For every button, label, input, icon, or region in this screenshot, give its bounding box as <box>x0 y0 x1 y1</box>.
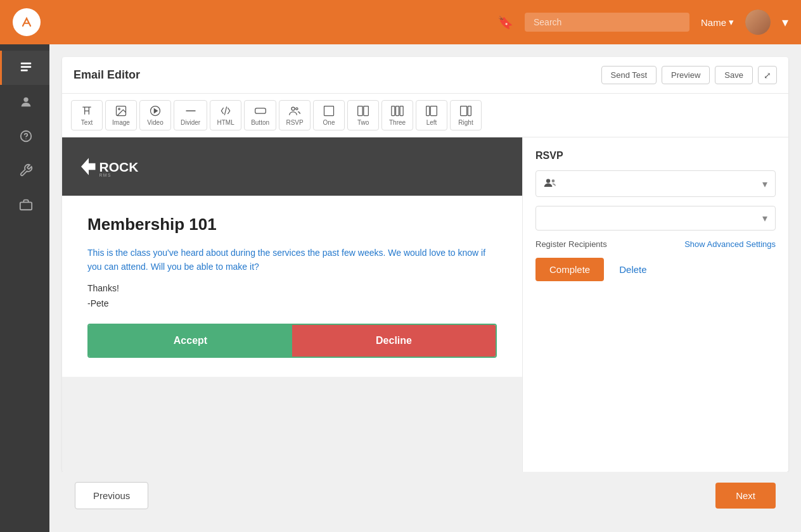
sidebar-item-person[interactable] <box>0 85 49 119</box>
tool-video[interactable]: Video <box>139 100 171 130</box>
editor-title: Email Editor <box>74 68 140 82</box>
sidebar-item-finance[interactable] <box>0 119 49 153</box>
svg-rect-21 <box>426 106 430 116</box>
sidebar-item-documents[interactable] <box>0 51 49 85</box>
editor-card: Email Editor Send Test Preview Save ⤢ Te… <box>62 57 788 472</box>
save-button[interactable]: Save <box>715 66 753 84</box>
svg-rect-20 <box>400 106 403 116</box>
canvas-area[interactable]: ROCK RMS Membership 101 This is the clas… <box>62 137 522 472</box>
bottom-nav: Previous Next <box>62 472 788 519</box>
delete-button[interactable]: Delete <box>614 258 651 281</box>
tool-one-column[interactable]: One <box>313 100 345 130</box>
sidebar <box>0 44 49 532</box>
svg-rect-17 <box>364 106 369 116</box>
next-button[interactable]: Next <box>715 483 776 509</box>
tool-right-column[interactable]: Right <box>450 100 482 130</box>
panel-links-row: Register Recipients Show Advanced Settin… <box>535 239 776 249</box>
user-menu[interactable]: Name ▾ <box>701 16 734 28</box>
bookmark-icon[interactable]: 🔖 <box>497 15 513 30</box>
tool-text[interactable]: Text <box>71 100 103 130</box>
avatar[interactable] <box>745 10 771 35</box>
tool-image[interactable]: Image <box>105 100 137 130</box>
svg-text:ROCK: ROCK <box>99 160 139 174</box>
svg-rect-2 <box>20 66 31 68</box>
svg-point-4 <box>23 98 28 102</box>
expand-button[interactable]: ⤢ <box>758 66 777 84</box>
email-header-bar: ROCK RMS <box>62 137 522 196</box>
chevron-down-icon[interactable]: ▾ <box>782 15 788 30</box>
svg-rect-18 <box>392 106 395 116</box>
svg-rect-19 <box>396 106 399 116</box>
rsvp-settings-panel: RSVP ▾ <box>522 137 788 472</box>
svg-rect-3 <box>20 70 27 72</box>
sidebar-item-briefcase[interactable] <box>0 187 49 222</box>
rock-logo: ROCK RMS <box>81 155 157 178</box>
preview-button[interactable]: Preview <box>662 66 710 84</box>
svg-rect-22 <box>430 106 437 116</box>
rsvp-buttons-container: Accept Decline <box>87 324 497 358</box>
accept-button[interactable]: Accept <box>89 325 292 357</box>
svg-rect-24 <box>468 106 471 116</box>
tool-three-column[interactable]: Three <box>381 100 413 130</box>
email-preview: ROCK RMS Membership 101 This is the clas… <box>62 137 522 377</box>
tool-html[interactable]: HTML <box>210 100 241 130</box>
editor-actions: Send Test Preview Save ⤢ <box>601 66 777 84</box>
content-area: Email Editor Send Test Preview Save ⤢ Te… <box>49 44 801 532</box>
send-test-button[interactable]: Send Test <box>601 66 657 84</box>
svg-rect-6 <box>20 202 31 210</box>
email-event-title: Membership 101 <box>87 215 497 234</box>
svg-point-14 <box>296 108 298 110</box>
svg-text:RMS: RMS <box>99 173 112 177</box>
email-body-text: This is the class you've heard about dur… <box>87 246 497 274</box>
svg-rect-23 <box>461 106 467 116</box>
toolbar: Text Image Video Divider <box>62 94 788 137</box>
svg-marker-10 <box>154 109 157 113</box>
app-logo[interactable] <box>13 8 41 36</box>
svg-rect-12 <box>255 108 266 113</box>
svg-point-29 <box>552 179 555 182</box>
svg-marker-25 <box>81 158 96 175</box>
rsvp-secondary-dropdown[interactable]: ▾ <box>535 206 776 231</box>
svg-rect-16 <box>358 106 363 116</box>
search-input[interactable] <box>525 13 689 32</box>
svg-point-8 <box>119 108 120 110</box>
show-advanced-link[interactable]: Show Advanced Settings <box>684 239 776 249</box>
editor-header: Email Editor Send Test Preview Save ⤢ <box>62 57 788 94</box>
dropdown2-chevron: ▾ <box>762 212 767 224</box>
complete-delete-row: Complete Delete <box>535 258 776 281</box>
tool-divider[interactable]: Divider <box>174 100 207 130</box>
email-thanks: Thanks! <box>87 283 497 293</box>
complete-button[interactable]: Complete <box>535 258 604 281</box>
previous-button[interactable]: Previous <box>75 482 148 509</box>
svg-point-13 <box>292 107 295 110</box>
tool-rsvp[interactable]: RSVP <box>279 100 311 130</box>
register-recipients-link[interactable]: Register Recipients <box>535 239 607 249</box>
group-icon <box>544 177 558 191</box>
email-body: Membership 101 This is the class you've … <box>62 196 522 377</box>
email-signature: -Pete <box>87 298 497 308</box>
editor-body: ROCK RMS Membership 101 This is the clas… <box>62 137 788 472</box>
panel-title: RSVP <box>535 150 776 162</box>
svg-rect-15 <box>324 106 334 116</box>
navbar: 🔖 Name ▾ ▾ <box>0 0 801 44</box>
navbar-right: 🔖 Name ▾ ▾ <box>497 10 788 35</box>
svg-point-0 <box>19 15 34 30</box>
tool-button[interactable]: Button <box>244 100 276 130</box>
rsvp-group-dropdown[interactable]: ▾ <box>535 170 776 197</box>
tool-two-column[interactable]: Two <box>347 100 379 130</box>
sidebar-item-tools[interactable] <box>0 153 49 187</box>
dropdown1-chevron: ▾ <box>762 178 767 190</box>
svg-point-28 <box>546 179 550 183</box>
svg-rect-1 <box>20 63 31 65</box>
main-layout: Email Editor Send Test Preview Save ⤢ Te… <box>0 44 801 532</box>
tool-left-column[interactable]: Left <box>416 100 447 130</box>
decline-button[interactable]: Decline <box>292 325 496 357</box>
